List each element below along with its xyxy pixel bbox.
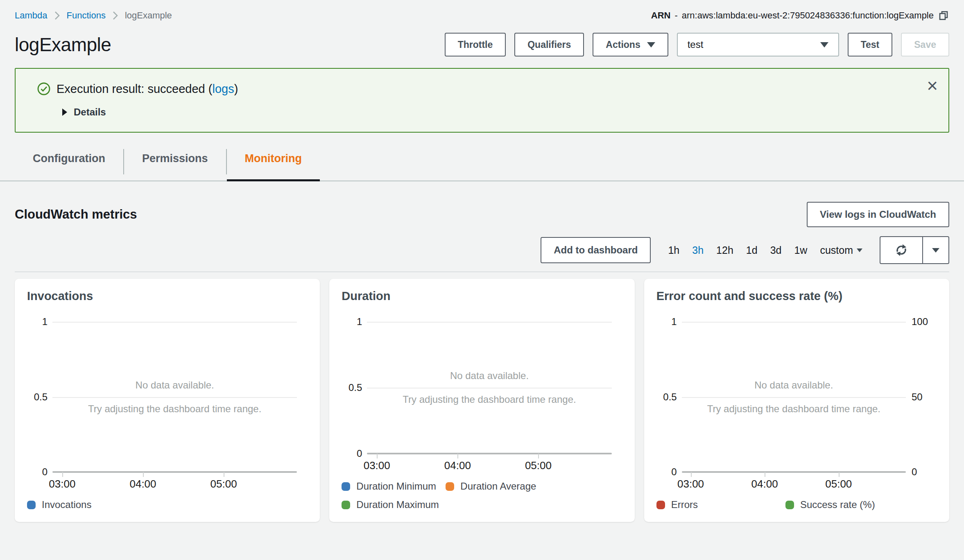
qualifiers-button[interactable]: Qualifiers [514,33,584,56]
duration-chart-card: Duration 1 0.5 0 No data available. [329,279,634,522]
chevron-down-icon [647,42,655,47]
legend-swatch [342,501,350,509]
plot-canvas[interactable]: No data available. Try adjusting the das… [367,322,611,454]
test-event-select[interactable]: test [677,33,839,56]
details-expander[interactable]: Details [62,106,935,118]
close-icon[interactable]: × [927,76,938,95]
breadcrumb: Lambda Functions logExample [15,10,172,21]
no-data-message: No data available. Try adjusting the das… [367,370,611,405]
execution-result-text: Execution result: succeeded (logs) [57,82,238,96]
chart-legend: Duration Minimum Duration Average Durati… [342,481,622,510]
metrics-header: CloudWatch metrics View logs in CloudWat… [15,202,949,227]
logs-link[interactable]: logs [212,82,234,95]
refresh-split-button [880,236,949,264]
axis-tick [765,472,765,477]
range-1h[interactable]: 1h [668,244,679,256]
legend-label: Duration Minimum [356,481,436,492]
range-3h[interactable]: 3h [692,244,704,256]
tab-monitoring[interactable]: Monitoring [227,147,320,181]
axis-tick [143,472,144,477]
chevron-down-icon [820,42,828,47]
legend-item: Duration Average [446,481,622,492]
refresh-button[interactable] [880,237,923,263]
execution-result-banner: Execution result: succeeded (logs) Detai… [15,68,949,133]
legend-swatch [785,501,794,509]
legend-label: Errors [671,499,698,510]
chart-legend: Errors Success rate (%) [656,499,937,510]
legend-label: Duration Maximum [356,499,439,510]
chart-plot-area: 1 0.5 0 No data available. Try adjusting… [656,322,937,472]
legend-swatch [656,501,665,509]
y-axis-labels: 1 0.5 0 [342,322,367,454]
legend-label: Duration Average [460,481,536,492]
gridline [52,322,297,323]
throttle-button[interactable]: Throttle [445,33,506,56]
actions-label: Actions [606,39,640,50]
x-axis-labels: 03:00 04:00 05:00 [682,478,906,492]
caret-right-icon [62,108,67,116]
legend-item: Duration Maximum [342,499,446,510]
legend-label: Invocations [42,499,91,510]
gridline [682,322,906,323]
action-toolbar: Throttle Qualifiers Actions test Test Sa… [445,33,949,56]
chart-title: Duration [342,289,622,303]
chevron-down-icon [857,248,862,252]
success-check-icon [37,82,51,96]
section-divider [15,271,949,272]
view-logs-button[interactable]: View logs in CloudWatch [807,202,949,227]
arn-separator: - [674,10,677,21]
range-custom[interactable]: custom [820,244,862,256]
save-button[interactable]: Save [901,33,949,56]
axis-tick [62,472,63,477]
tabs-bar: Configuration Permissions Monitoring [0,147,964,181]
y-axis-labels: 1 0.5 0 [27,322,52,472]
legend-item: Success rate (%) [785,499,937,510]
plot-canvas[interactable]: No data available. Try adjusting the das… [682,322,906,472]
breadcrumb-functions[interactable]: Functions [67,10,106,21]
chevron-right-icon [54,11,60,20]
refresh-icon [894,243,909,257]
breadcrumb-lambda[interactable]: Lambda [15,10,48,21]
no-data-message: No data available. Try adjusting the das… [682,379,906,415]
metrics-controls: Add to dashboard 1h 3h 12h 1d 3d 1w cust… [15,236,949,264]
chart-legend: Invocations [27,499,308,510]
legend-swatch [342,482,350,491]
page-header: logExample Throttle Qualifiers Actions t… [15,33,949,56]
test-button[interactable]: Test [848,33,893,56]
tab-configuration[interactable]: Configuration [15,147,123,181]
plot-canvas[interactable]: No data available. Try adjusting the das… [52,322,297,472]
function-arn: ARN - arn:aws:lambda:eu-west-2:795024836… [651,10,949,21]
y-axis-labels-right: 100 50 0 [906,322,937,472]
actions-menu-button[interactable]: Actions [593,33,668,56]
legend-swatch [27,501,36,509]
y-axis-labels: 1 0.5 0 [656,322,682,472]
chevron-down-icon [932,248,939,253]
test-event-selected-value: test [688,39,704,50]
chart-plot-area: 1 0.5 0 No data available. Try adjusting… [27,322,308,472]
no-data-message: No data available. Try adjusting the das… [52,379,297,415]
execution-result-message: Execution result: succeeded (logs) [37,82,935,96]
errors-chart-card: Error count and success rate (%) 1 0.5 0… [644,279,949,522]
tab-permissions[interactable]: Permissions [124,147,226,181]
chart-plot-area: 1 0.5 0 No data available. Try adjusting… [342,322,622,454]
x-axis-line [682,471,906,473]
details-label: Details [74,106,106,118]
legend-item: Duration Minimum [342,481,446,492]
add-to-dashboard-button[interactable]: Add to dashboard [541,237,651,263]
time-range-selector: 1h 3h 12h 1d 3d 1w custom [668,244,862,256]
refresh-options-button[interactable] [923,237,948,263]
x-axis-labels: 03:00 04:00 05:00 [52,478,297,492]
copy-arn-icon[interactable] [938,10,949,21]
axis-tick [224,472,224,477]
range-3d[interactable]: 3d [770,244,782,256]
range-1d[interactable]: 1d [746,244,758,256]
chart-title: Error count and success rate (%) [656,289,937,303]
chevron-right-icon [112,11,118,20]
metrics-heading: CloudWatch metrics [15,207,137,222]
legend-swatch [446,482,454,491]
axis-tick [457,454,458,458]
range-12h[interactable]: 12h [716,244,733,256]
arn-value: arn:aws:lambda:eu-west-2:795024836336:fu… [682,10,934,21]
range-1w[interactable]: 1w [794,244,807,256]
chart-title: Invocations [27,289,308,303]
